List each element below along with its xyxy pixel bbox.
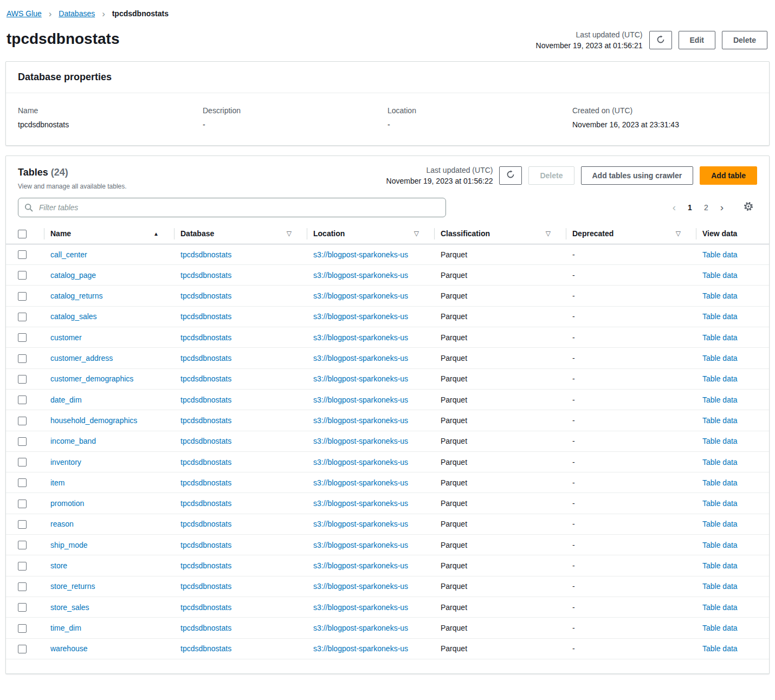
table-name-link[interactable]: item	[50, 478, 64, 487]
table-database-link[interactable]: tpcdsdbnostats	[180, 396, 231, 404]
table-name-link[interactable]: warehouse	[50, 644, 88, 653]
table-data-link[interactable]: Table data	[702, 333, 738, 342]
table-location-link[interactable]: s3://blogpost-sparkoneks-us	[313, 582, 408, 591]
table-data-link[interactable]: Table data	[702, 520, 738, 528]
column-header-database[interactable]: Database ▽	[174, 224, 307, 244]
table-database-link[interactable]: tpcdsdbnostats	[180, 499, 231, 508]
table-location-link[interactable]: s3://blogpost-sparkoneks-us	[313, 624, 408, 632]
pagination-page-2[interactable]: 2	[700, 201, 713, 214]
table-location-link[interactable]: s3://blogpost-sparkoneks-us	[313, 437, 408, 445]
breadcrumb-link-databases[interactable]: Databases	[59, 9, 95, 18]
row-checkbox[interactable]	[18, 354, 27, 363]
table-name-link[interactable]: promotion	[50, 499, 84, 508]
table-data-link[interactable]: Table data	[702, 499, 738, 508]
table-database-link[interactable]: tpcdsdbnostats	[180, 541, 231, 549]
table-database-link[interactable]: tpcdsdbnostats	[180, 458, 231, 466]
table-location-link[interactable]: s3://blogpost-sparkoneks-us	[313, 478, 408, 487]
breadcrumb-link-aws-glue[interactable]: AWS Glue	[7, 9, 42, 18]
table-database-link[interactable]: tpcdsdbnostats	[180, 291, 231, 300]
select-all-checkbox[interactable]	[18, 230, 27, 238]
row-checkbox[interactable]	[18, 375, 27, 384]
table-location-link[interactable]: s3://blogpost-sparkoneks-us	[313, 603, 408, 612]
column-header-classification[interactable]: Classification ▽	[434, 224, 566, 244]
table-database-link[interactable]: tpcdsdbnostats	[180, 312, 231, 321]
table-name-link[interactable]: call_center	[50, 250, 87, 259]
table-name-link[interactable]: catalog_page	[50, 271, 96, 280]
table-data-link[interactable]: Table data	[702, 458, 738, 466]
table-name-link[interactable]: household_demographics	[50, 416, 137, 425]
table-location-link[interactable]: s3://blogpost-sparkoneks-us	[313, 644, 408, 653]
row-checkbox[interactable]	[18, 271, 27, 280]
table-location-link[interactable]: s3://blogpost-sparkoneks-us	[313, 499, 408, 508]
table-database-link[interactable]: tpcdsdbnostats	[180, 271, 231, 280]
table-data-link[interactable]: Table data	[702, 437, 738, 445]
table-location-link[interactable]: s3://blogpost-sparkoneks-us	[313, 333, 408, 342]
table-database-link[interactable]: tpcdsdbnostats	[180, 561, 231, 570]
table-database-link[interactable]: tpcdsdbnostats	[180, 520, 231, 528]
table-name-link[interactable]: customer	[50, 333, 82, 342]
row-checkbox[interactable]	[18, 603, 27, 612]
table-data-link[interactable]: Table data	[702, 374, 738, 383]
pagination-previous-button[interactable]: ‹	[668, 201, 680, 213]
table-location-link[interactable]: s3://blogpost-sparkoneks-us	[313, 250, 408, 259]
table-name-link[interactable]: ship_mode	[50, 541, 88, 549]
table-database-link[interactable]: tpcdsdbnostats	[180, 250, 231, 259]
table-location-link[interactable]: s3://blogpost-sparkoneks-us	[313, 396, 408, 404]
tables-refresh-button[interactable]	[499, 166, 522, 185]
table-name-link[interactable]: inventory	[50, 458, 81, 466]
row-checkbox[interactable]	[18, 624, 27, 633]
table-name-link[interactable]: store	[50, 561, 67, 570]
table-data-link[interactable]: Table data	[702, 561, 738, 570]
delete-button[interactable]: Delete	[722, 31, 767, 49]
row-checkbox[interactable]	[18, 478, 27, 487]
table-location-link[interactable]: s3://blogpost-sparkoneks-us	[313, 271, 408, 280]
column-header-location[interactable]: Location ▽	[307, 224, 434, 244]
table-name-link[interactable]: income_band	[50, 437, 96, 445]
table-data-link[interactable]: Table data	[702, 624, 738, 632]
table-data-link[interactable]: Table data	[702, 312, 738, 321]
table-data-link[interactable]: Table data	[702, 291, 738, 300]
table-name-link[interactable]: time_dim	[50, 624, 81, 632]
table-name-link[interactable]: catalog_sales	[50, 312, 97, 321]
table-location-link[interactable]: s3://blogpost-sparkoneks-us	[313, 458, 408, 466]
table-database-link[interactable]: tpcdsdbnostats	[180, 333, 231, 342]
row-checkbox[interactable]	[18, 437, 27, 446]
edit-button[interactable]: Edit	[679, 31, 715, 49]
tables-delete-button[interactable]: Delete	[528, 166, 574, 185]
table-name-link[interactable]: customer_address	[50, 354, 113, 362]
table-name-link[interactable]: store_sales	[50, 603, 89, 612]
table-name-link[interactable]: store_returns	[50, 582, 95, 591]
table-database-link[interactable]: tpcdsdbnostats	[180, 644, 231, 653]
table-name-link[interactable]: reason	[50, 520, 74, 528]
table-database-link[interactable]: tpcdsdbnostats	[180, 478, 231, 487]
row-checkbox[interactable]	[18, 458, 27, 466]
table-data-link[interactable]: Table data	[702, 396, 738, 404]
row-checkbox[interactable]	[18, 500, 27, 508]
table-name-link[interactable]: date_dim	[50, 396, 82, 404]
pagination-next-button[interactable]: ›	[716, 201, 728, 213]
row-checkbox[interactable]	[18, 562, 27, 571]
add-table-button[interactable]: Add table	[700, 166, 757, 185]
table-location-link[interactable]: s3://blogpost-sparkoneks-us	[313, 520, 408, 528]
table-data-link[interactable]: Table data	[702, 416, 738, 425]
row-checkbox[interactable]	[18, 417, 27, 425]
add-tables-using-crawler-button[interactable]: Add tables using crawler	[581, 166, 694, 185]
column-header-name[interactable]: Name ▲	[44, 224, 174, 244]
table-database-link[interactable]: tpcdsdbnostats	[180, 603, 231, 612]
table-data-link[interactable]: Table data	[702, 478, 738, 487]
row-checkbox[interactable]	[18, 582, 27, 591]
row-checkbox[interactable]	[18, 250, 27, 259]
table-data-link[interactable]: Table data	[702, 271, 738, 280]
table-data-link[interactable]: Table data	[702, 541, 738, 549]
table-name-link[interactable]: customer_demographics	[50, 374, 133, 383]
table-location-link[interactable]: s3://blogpost-sparkoneks-us	[313, 354, 408, 362]
row-checkbox[interactable]	[18, 396, 27, 404]
table-preferences-button[interactable]	[740, 200, 757, 215]
table-location-link[interactable]: s3://blogpost-sparkoneks-us	[313, 312, 408, 321]
row-checkbox[interactable]	[18, 333, 27, 342]
pagination-page-1[interactable]: 1	[683, 201, 696, 214]
table-database-link[interactable]: tpcdsdbnostats	[180, 354, 231, 362]
table-data-link[interactable]: Table data	[702, 354, 738, 362]
table-data-link[interactable]: Table data	[702, 644, 738, 653]
table-database-link[interactable]: tpcdsdbnostats	[180, 437, 231, 445]
